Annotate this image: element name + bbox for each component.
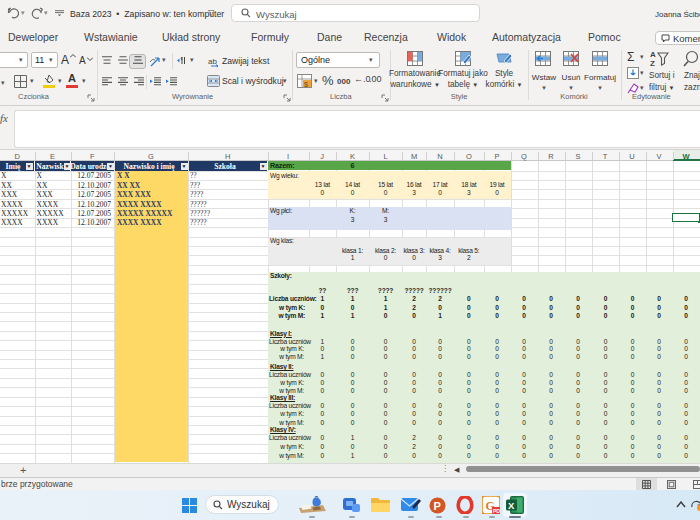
svg-text:A: A xyxy=(650,50,656,59)
svg-text:$: $ xyxy=(304,81,308,88)
svg-text:P: P xyxy=(434,500,441,512)
svg-text:PDF: PDF xyxy=(493,508,500,514)
svg-text:Z: Z xyxy=(650,59,655,67)
svg-text:X: X xyxy=(508,500,515,511)
